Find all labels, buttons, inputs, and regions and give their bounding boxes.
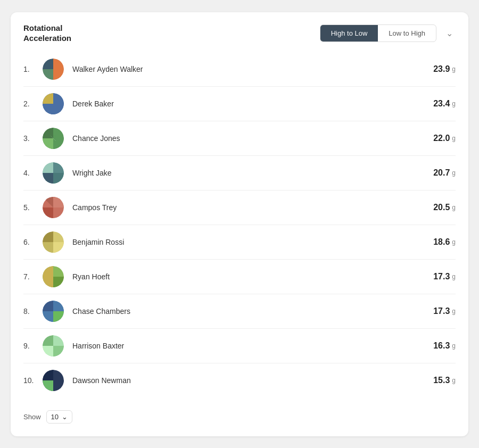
stat-unit: g [452,308,456,315]
player-name: Harrison Baxter [72,342,433,350]
list-item: 10. Dawson Newman 15.3 g [23,363,456,397]
player-name: Chase Chambers [72,307,433,316]
stat-unit: g [452,100,456,107]
player-name: Benjamin Rossi [72,238,433,246]
avatar [43,162,64,184]
rank: 7. [23,272,43,281]
stat-value: 23.4 [433,99,450,109]
avatar [43,231,64,253]
rank: 1. [23,65,43,73]
list-item: 4. Wright Jake 20.7 g [23,156,456,190]
stat-unit: g [452,65,456,73]
avatar [43,301,64,322]
leaderboard-list: 1. Walker Ayden Walker 23.9 g 2. [23,52,456,397]
stat-value: 18.6 [433,237,450,247]
list-item: 8. Chase Chambers 17.3 g [23,294,456,329]
stat-unit: g [452,135,456,142]
avatar [43,197,64,218]
list-item: 1. Walker Ayden Walker 23.9 g [23,52,456,87]
show-label: Show [23,413,41,421]
player-name: Dawson Newman [72,376,433,385]
rank: 9. [23,342,43,350]
list-item: 2. Derek Baker 23.4 g [23,87,456,121]
list-item: 3. Chance Jones 22.0 g [23,121,456,156]
avatar [43,370,64,391]
sort-toggle: High to Low Low to High [320,24,436,42]
stat-value: 15.3 [433,376,450,385]
stat-unit: g [452,273,456,280]
avatar [43,335,64,356]
list-item: 6. Benjamin Rossi 18.6 g [23,225,456,260]
player-name: Wright Jake [72,169,433,177]
page-title: Rotational Acceleration [23,23,71,44]
stat-value: 20.5 [433,203,450,212]
stat-value: 16.3 [433,341,450,351]
stat-unit: g [452,238,456,246]
player-name: Chance Jones [72,134,433,143]
rank: 6. [23,238,43,246]
stat-unit: g [452,204,456,211]
rank: 3. [23,134,43,143]
stat-unit: g [452,169,456,177]
player-name: Derek Baker [72,99,433,108]
list-item: 7. Ryan Hoeft 17.3 g [23,260,456,294]
chevron-down-icon[interactable]: ⌄ [443,27,456,39]
avatar [43,93,64,114]
player-name: Ryan Hoeft [72,272,433,281]
rank: 8. [23,307,43,316]
stat-unit: g [452,377,456,384]
rank: 5. [23,203,43,212]
player-name: Campos Trey [72,203,433,212]
list-item: 5. Campos Trey 20.5 g [23,190,456,225]
list-item: 9. Harrison Baxter 16.3 g [23,329,456,363]
avatar [43,59,64,80]
stat-value: 22.0 [433,134,450,143]
rank: 2. [23,99,43,108]
main-card: Rotational Acceleration High to Low Low … [11,12,468,436]
stat-value: 17.3 [433,306,450,316]
footer: Show 10 ⌄ [23,406,456,424]
rank: 10. [23,376,43,385]
rank: 4. [23,169,43,177]
stat-value: 17.3 [433,272,450,281]
avatar [43,266,64,287]
sort-low-to-high-button[interactable]: Low to High [378,25,436,42]
sort-high-to-low-button[interactable]: High to Low [320,25,378,42]
stat-value: 20.7 [433,168,450,178]
player-name: Walker Ayden Walker [72,65,433,73]
header: Rotational Acceleration High to Low Low … [23,23,456,44]
chevron-down-icon: ⌄ [62,413,68,421]
stat-value: 23.9 [433,64,450,74]
stat-unit: g [452,342,456,350]
header-right: High to Low Low to High ⌄ [320,24,456,42]
avatar [43,128,64,149]
show-select[interactable]: 10 ⌄ [46,410,72,424]
